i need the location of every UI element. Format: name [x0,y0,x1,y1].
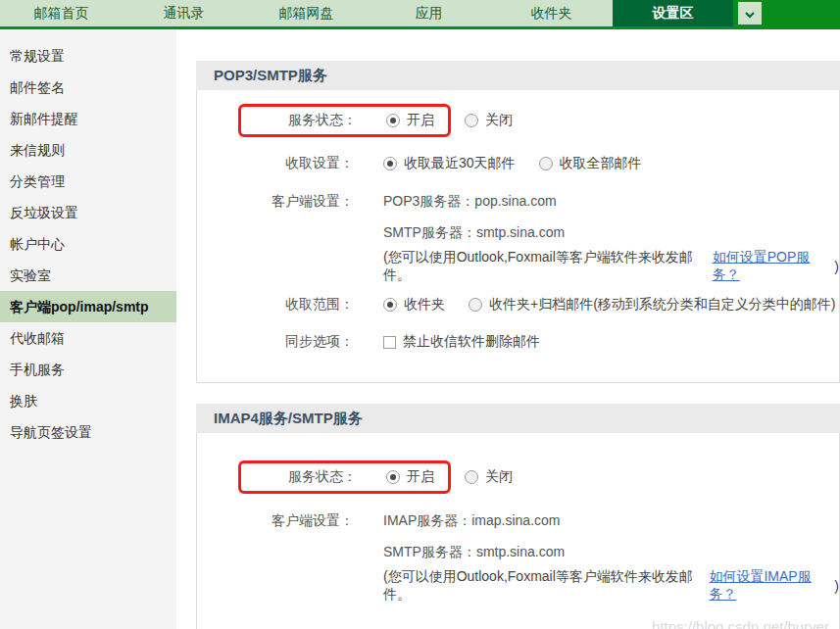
pop3-smtp-panel-title: POP3/SMTP服务 [196,61,840,90]
radio-unchecked-icon[interactable] [469,298,482,312]
nav-tab-settings-active[interactable]: 设置区 [613,0,733,26]
imap-status-off-label: 关闭 [485,468,513,486]
pop-client-setting-row: 客户端设置： POP3服务器：pop.sina.com [197,186,839,218]
imap-service-status-row: 服务状态： 开启 关闭 [197,457,839,498]
sidebar-item-lab[interactable]: 实验室 [0,260,176,291]
checkbox-unchecked-icon[interactable] [383,336,396,349]
sidebar-item-mail-rules[interactable]: 来信规则 [0,134,176,166]
imap-status-on-option[interactable]: 开启 [386,468,434,486]
how-to-set-imap-link[interactable]: 如何设置IMAP服务？ [709,568,834,604]
radio-checked-icon[interactable] [383,298,397,312]
sidebar-item-mobile-service[interactable]: 手机服务 [0,354,176,385]
fetch-all-label: 收取全部邮件 [560,155,642,172]
imap-client-setting-row: 客户端设置： IMAP服务器：imap.sina.com [197,506,839,537]
sidebar-item-new-mail-alert[interactable]: 新邮件提醒 [0,103,176,134]
pop-client-note-text: (您可以使用Outlook,Foxmail等客户端软件来收发邮件。 [383,249,713,284]
range-archive-option[interactable]: 收件夹+归档邮件(移动到系统分类和自定义分类中的邮件) [469,296,836,314]
chevron-down-icon [745,6,755,22]
nav-item-mail-home[interactable]: 邮箱首页 [0,0,123,26]
pop-service-status-label: 服务状态： [241,112,357,129]
pop-status-on-option[interactable]: 开启 [386,112,434,129]
pop-client-note-suffix: ) [834,259,839,274]
sidebar-item-signature[interactable]: 邮件签名 [0,72,176,103]
imap-client-note-suffix: ) [834,578,839,594]
red-highlight-box-imap: 服务状态： 开启 [238,460,451,494]
sidebar-item-category[interactable]: 分类管理 [0,166,176,197]
pop-fetch-range-label: 收取范围： [241,296,354,314]
pop-fetch-range-row: 收取范围： 收件夹 收件夹+归档邮件(移动到系统分类和自定义分类中的邮件) [197,290,839,319]
nav-item-apps[interactable]: 应用 [368,0,490,26]
pop-fetch-setting-label: 收取设置： [241,155,354,172]
radio-unchecked-icon[interactable] [465,470,478,484]
radio-checked-icon[interactable] [386,114,400,127]
pop-sync-option-row: 同步选项： 禁止收信软件删除邮件 [197,327,839,357]
sidebar-item-mail-collection[interactable]: 代收邮箱 [0,322,176,354]
imap4-smtp-panel: IMAP4服务/SMTP服务 服务状态： 开启 关闭 [196,404,840,629]
imap-client-setting-label: 客户端设置： [241,512,354,530]
pop-smtp-server-row: SMTP服务器：smtp.sina.com [197,218,839,249]
imap-client-note-row: (您可以使用Outlook,Foxmail等客户端软件来收发邮件。 如何设置IM… [197,568,839,604]
fetch-recent-30-option[interactable]: 收取最近30天邮件 [383,155,516,172]
settings-dropdown-button[interactable] [738,2,762,24]
red-highlight-box-pop: 服务状态： 开启 [238,104,451,137]
fetch-all-option[interactable]: 收取全部邮件 [539,155,642,172]
nav-item-netdisk[interactable]: 邮箱网盘 [245,0,368,26]
forbid-delete-option[interactable]: 禁止收信软件删除邮件 [383,333,540,351]
pop-client-note-row: (您可以使用Outlook,Foxmail等客户端软件来收发邮件。 如何设置PO… [197,249,839,284]
pop-sync-option-label: 同步选项： [241,333,354,351]
range-inbox-label: 收件夹 [404,296,445,314]
imap-smtp-server-row: SMTP服务器：smtp.sina.com [197,537,839,568]
range-archive-label: 收件夹+归档邮件(移动到系统分类和自定义分类中的邮件) [489,296,836,314]
pop-status-off-label: 关闭 [485,112,513,129]
pop-status-off-option[interactable]: 关闭 [465,112,513,129]
radio-unchecked-icon[interactable] [539,157,553,170]
pop3-server-value: POP3服务器：pop.sina.com [383,193,557,211]
pop-service-status-row: 服务状态： 开启 关闭 [197,100,839,141]
imap-status-off-option[interactable]: 关闭 [465,468,513,486]
range-inbox-option[interactable]: 收件夹 [383,296,445,314]
pop-fetch-setting-row: 收取设置： 收取最近30天邮件 收取全部邮件 [197,149,839,178]
imap4-smtp-panel-title: IMAP4服务/SMTP服务 [196,404,840,433]
forbid-delete-label: 禁止收信软件删除邮件 [403,333,540,351]
imap-server-value: IMAP服务器：imap.sina.com [383,512,560,530]
nav-item-contacts[interactable]: 通讯录 [123,0,245,26]
pop-client-setting-label: 客户端设置： [241,193,354,211]
sidebar-item-nav-tabs-setting[interactable]: 导航页签设置 [0,416,176,448]
radio-checked-icon[interactable] [386,470,400,484]
settings-main-content: POP3/SMTP服务 服务状态： 开启 关闭 [196,61,840,629]
radio-checked-icon[interactable] [383,157,397,170]
sidebar-item-antispam[interactable]: 反垃圾设置 [0,197,176,228]
sidebar-item-general[interactable]: 常规设置 [0,40,176,72]
nav-item-inbox[interactable]: 收件夹 [490,0,613,26]
sidebar-item-skin[interactable]: 换肤 [0,385,176,416]
settings-sidebar: 常规设置 邮件签名 新邮件提醒 来信规则 分类管理 反垃圾设置 帐户中心 实验室… [0,29,176,629]
imap-smtp-server-value: SMTP服务器：smtp.sina.com [383,544,565,561]
radio-unchecked-icon[interactable] [465,114,478,127]
imap-service-status-label: 服务状态： [241,468,357,486]
how-to-set-pop-link[interactable]: 如何设置POP服务？ [713,249,835,284]
imap-status-on-label: 开启 [407,468,434,486]
imap-client-note-text: (您可以使用Outlook,Foxmail等客户端软件来收发邮件。 [383,568,709,604]
sidebar-item-pop-imap-smtp-active[interactable]: 客户端pop/imap/smtp [0,291,176,322]
sidebar-item-account-center[interactable]: 帐户中心 [0,228,176,260]
top-navigation: 邮箱首页 通讯录 邮箱网盘 应用 收件夹 设置区 [0,0,840,29]
pop-status-on-label: 开启 [407,112,434,129]
csdn-watermark: https://blog.csdn.net/huryer [652,618,829,629]
smtp-server-value: SMTP服务器：smtp.sina.com [383,224,565,242]
pop3-smtp-panel: POP3/SMTP服务 服务状态： 开启 关闭 [196,61,840,383]
fetch-recent-30-label: 收取最近30天邮件 [404,155,516,172]
nav-right-fill [733,0,840,26]
